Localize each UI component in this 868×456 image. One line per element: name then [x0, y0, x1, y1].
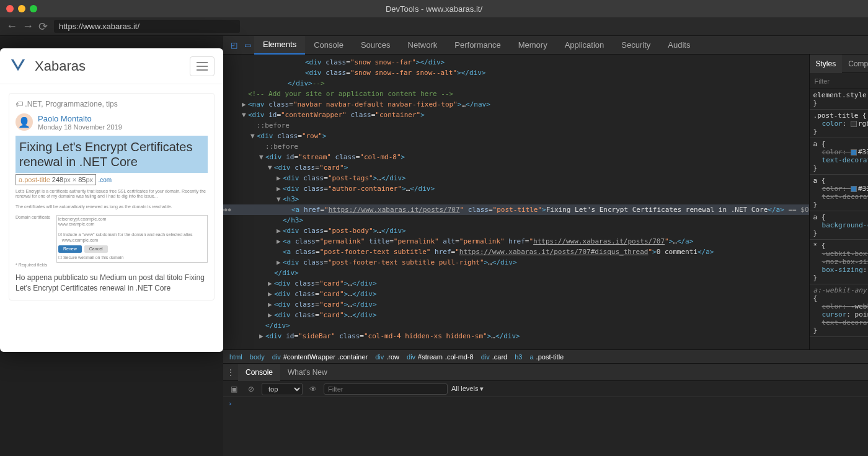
post-tags: 🏷 .NET, Programmazione, tips — [16, 100, 208, 108]
dom-breadcrumb[interactable]: htmlbodydiv#contentWrapper.containerdiv.… — [223, 349, 868, 363]
post-date: Monday 18 November 2019 — [38, 123, 122, 131]
url-input[interactable]: https://www.xabaras.it/ — [54, 20, 240, 33]
brand: Xabaras — [35, 58, 182, 74]
post-title[interactable]: Fixing Let's Encrypt Certificates renewa… — [19, 139, 204, 169]
author-link[interactable]: Paolo Montalto — [38, 114, 92, 123]
tab-security[interactable]: Security — [613, 36, 659, 55]
tab-memory[interactable]: Memory — [510, 36, 556, 55]
tab-styles[interactable]: Styles — [810, 55, 843, 73]
forward-button[interactable]: → — [22, 20, 33, 33]
devtools-tab-bar: ◰ ▭ Elements Console Sources Network Per… — [223, 36, 868, 55]
console-sidebar-icon[interactable]: ▣ — [227, 382, 241, 396]
tab-audits[interactable]: Audits — [659, 36, 699, 55]
tab-performance[interactable]: Performance — [446, 36, 509, 55]
console-body[interactable]: › — [223, 397, 868, 456]
device-toggle-icon[interactable]: ▭ — [241, 38, 254, 52]
site-logo — [9, 57, 27, 76]
log-levels[interactable]: All levels ▾ — [451, 385, 484, 393]
context-select[interactable]: top — [262, 383, 303, 395]
elements-tree[interactable]: <div class="snow snow--far"></div> <div … — [223, 55, 809, 349]
author-avatar: 👤 — [16, 113, 33, 131]
style-rules[interactable]: element.style {}.post-title {main.css:28… — [810, 89, 868, 349]
tab-application[interactable]: Application — [556, 36, 613, 55]
drawer-tab-console[interactable]: Console — [238, 364, 280, 381]
address-bar: ← → ⟳ https://www.xabaras.it/ — [0, 17, 868, 36]
tab-computed[interactable]: Computed — [842, 55, 868, 73]
tab-console[interactable]: Console — [305, 36, 352, 55]
drawer-menu[interactable]: ⋮ — [223, 364, 238, 381]
styles-pane: Styles Computed Event Listeners » :hov .… — [809, 55, 868, 349]
live-expression-icon[interactable]: 👁 — [306, 382, 320, 396]
renew-button[interactable]: Renew — [58, 245, 82, 253]
console-filter-input[interactable] — [324, 384, 448, 395]
inspect-icon[interactable]: ◰ — [227, 38, 241, 52]
hamburger-menu[interactable] — [190, 56, 215, 76]
styles-filter-input[interactable] — [810, 77, 868, 85]
cancel-button[interactable]: Cancel — [84, 245, 108, 253]
reload-button[interactable]: ⟳ — [38, 20, 48, 33]
titlebar: DevTools - www.xabaras.it/ — [0, 0, 868, 17]
selected-element[interactable]: ●●● <a href="https://www.xabaras.it/post… — [223, 204, 809, 215]
post-excerpt: Ho appena pubblicato su Medium un post d… — [16, 273, 208, 294]
window-title: DevTools - www.xabaras.it/ — [0, 4, 868, 14]
device-preview-pane: Xabaras 🏷 .NET, Programmazione, tips 👤 P… — [0, 36, 223, 456]
back-button[interactable]: ← — [6, 20, 17, 33]
tab-network[interactable]: Network — [399, 36, 446, 55]
tab-elements[interactable]: Elements — [254, 36, 305, 55]
drawer-tab-whatsnew[interactable]: What's New — [280, 364, 335, 381]
element-tooltip: a.post-title 248px × 85px — [16, 174, 96, 185]
post-body-preview: Let's Encrypt is a certificate authority… — [16, 189, 208, 268]
device-frame: Xabaras 🏷 .NET, Programmazione, tips 👤 P… — [0, 48, 223, 352]
clear-console-icon[interactable]: ⊘ — [244, 382, 258, 396]
tab-sources[interactable]: Sources — [352, 36, 399, 55]
console-prompt: › — [228, 400, 232, 408]
post-title-highlight: Fixing Let's Encrypt Certificates renewa… — [16, 136, 208, 173]
